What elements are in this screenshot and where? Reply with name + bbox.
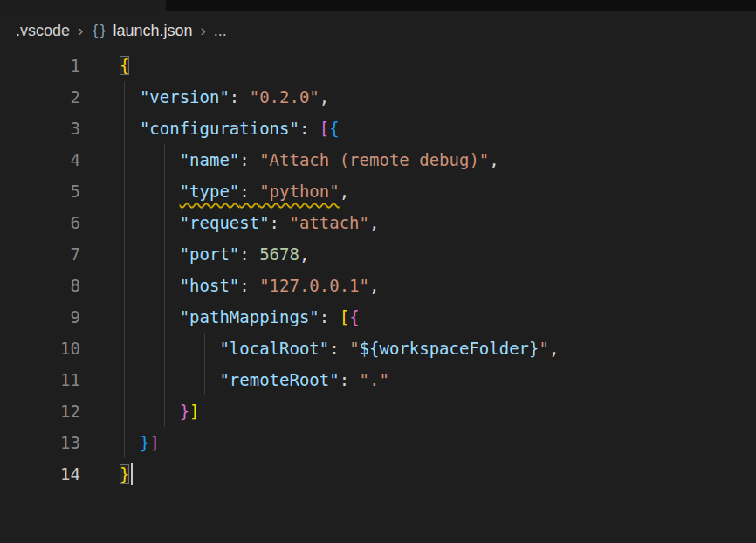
code-line-text: }] <box>120 395 756 427</box>
code-token: " <box>349 339 359 358</box>
line-number[interactable]: 5 <box>0 175 80 207</box>
code-line-content: }] <box>80 395 756 427</box>
code-token <box>120 402 180 421</box>
code-line[interactable]: 4 "name": "Attach (remote debug)", <box>0 144 756 175</box>
breadcrumb-file[interactable]: launch.json <box>113 22 192 40</box>
chevron-right-icon: › <box>78 21 83 40</box>
code-line[interactable]: 5 "type": "python", <box>0 175 756 207</box>
breadcrumb-folder[interactable]: .vscode <box>16 22 70 40</box>
code-line-content: "configurations": [{ <box>80 113 756 144</box>
indent-guide-line <box>124 333 125 364</box>
indent-guide-line <box>204 333 205 364</box>
line-number[interactable]: 11 <box>0 364 80 395</box>
code-line[interactable]: 14} <box>0 458 756 490</box>
code-line-text: "host": "127.0.0.1", <box>120 270 756 301</box>
indent-guide-line <box>124 301 125 333</box>
line-number[interactable]: 12 <box>0 395 80 427</box>
code-token: : <box>239 150 259 169</box>
line-number[interactable]: 7 <box>0 238 80 270</box>
line-number[interactable]: 3 <box>0 113 80 144</box>
code-line-text: }] <box>120 427 756 458</box>
code-line-text: "type": "python", <box>120 175 756 207</box>
code-token: , <box>369 276 379 295</box>
line-number[interactable]: 1 <box>0 50 80 81</box>
indent-guide-line <box>164 144 165 175</box>
indent-guide-line <box>164 301 165 333</box>
code-line-content: "name": "Attach (remote debug)", <box>80 144 756 175</box>
code-token: : <box>320 307 340 326</box>
code-token: "attach" <box>289 213 369 232</box>
breadcrumb-more[interactable]: ... <box>214 22 227 40</box>
code-token: "type" <box>180 182 240 201</box>
code-line-text: "name": "Attach (remote debug)", <box>120 144 756 175</box>
code-line[interactable]: 10 "localRoot": "${workspaceFolder}", <box>0 333 756 364</box>
code-line-content: "remoteRoot": "." <box>80 364 756 395</box>
code-line[interactable]: 1{ <box>0 50 756 81</box>
code-line[interactable]: 7 "port": 5678, <box>0 238 756 270</box>
code-token: [ <box>320 119 329 138</box>
code-token <box>120 307 180 326</box>
code-line-content: } <box>80 458 756 490</box>
indent-guide-line <box>124 270 125 301</box>
code-token: , <box>549 339 559 358</box>
indent-guide-line <box>124 364 125 395</box>
code-line-text: } <box>120 458 756 490</box>
line-number[interactable]: 14 <box>0 458 80 490</box>
line-number[interactable]: 10 <box>0 333 80 364</box>
code-line[interactable]: 9 "pathMappings": [{ <box>0 301 756 333</box>
code-line[interactable]: 3 "configurations": [{ <box>0 113 756 144</box>
line-number[interactable]: 6 <box>0 207 80 238</box>
code-token: "127.0.0.1" <box>259 276 369 295</box>
code-token: "port" <box>180 244 240 264</box>
indent-guide-line <box>124 175 125 207</box>
code-token: "request" <box>180 213 270 232</box>
indent-guide-line <box>164 364 165 395</box>
code-line[interactable]: 12 }] <box>0 395 756 427</box>
code-token: } <box>180 402 189 421</box>
code-token: 5678 <box>259 244 299 264</box>
code-token: } <box>140 433 149 452</box>
code-token: "name" <box>180 150 240 169</box>
code-line[interactable]: 8 "host": "127.0.0.1", <box>0 270 756 301</box>
indent-guide-line <box>164 175 165 207</box>
indent-guide-line <box>124 207 125 238</box>
code-token: : <box>239 244 259 264</box>
code-token: , <box>320 87 329 107</box>
line-number[interactable]: 8 <box>0 270 80 301</box>
code-token: : <box>239 276 259 295</box>
code-line-text: "localRoot": "${workspaceFolder}", <box>120 333 756 364</box>
code-token: : <box>340 370 360 389</box>
code-token: ${workspaceFolder} <box>360 339 540 358</box>
text-cursor <box>131 463 133 485</box>
json-file-icon: {} <box>91 23 107 38</box>
code-line[interactable]: 6 "request": "attach", <box>0 207 756 238</box>
code-line-text: "pathMappings": [{ <box>120 301 756 333</box>
code-line-content: "host": "127.0.0.1", <box>80 270 756 301</box>
code-line-text: "request": "attach", <box>120 207 756 238</box>
code-line[interactable]: 2 "version": "0.2.0", <box>0 81 756 113</box>
indent-guide-line <box>124 427 125 458</box>
line-number[interactable]: 9 <box>0 301 80 333</box>
tab-bar-strip <box>0 0 756 11</box>
code-token: , <box>340 182 349 201</box>
line-number[interactable]: 2 <box>0 81 80 113</box>
code-line[interactable]: 11 "remoteRoot": "." <box>0 364 756 395</box>
code-token: "host" <box>180 276 240 295</box>
code-token: ] <box>149 433 159 452</box>
code-line-content: "type": "python", <box>80 175 756 207</box>
code-token: , <box>299 244 309 264</box>
code-token <box>120 433 140 452</box>
code-token: "0.2.0" <box>250 87 320 107</box>
chevron-right-icon: › <box>201 21 206 40</box>
vscode-editor-window: .vscode › {} launch.json › ... 1{2 "vers… <box>0 0 756 543</box>
line-number[interactable]: 13 <box>0 427 80 458</box>
indent-guide-line <box>124 238 125 270</box>
code-token: "version" <box>140 87 230 107</box>
code-token: { <box>349 307 359 326</box>
line-number[interactable]: 4 <box>0 144 80 175</box>
code-line[interactable]: 13 }] <box>0 427 756 458</box>
code-token: "remoteRoot" <box>219 370 339 389</box>
code-token: [ <box>340 307 349 326</box>
code-token: : <box>239 182 259 201</box>
indent-guide-line <box>204 364 205 395</box>
